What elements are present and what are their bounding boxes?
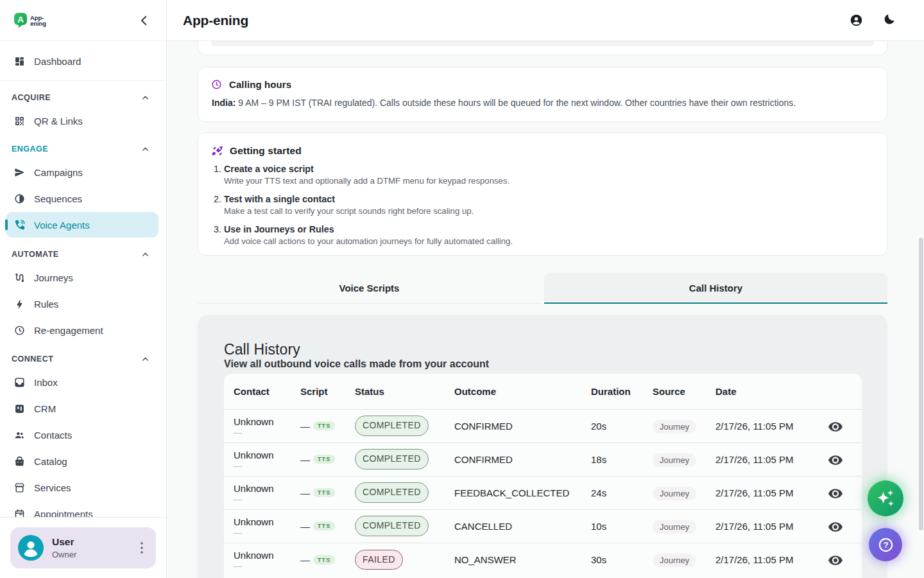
svg-text:A: A [17,15,24,24]
svg-text:?: ? [883,540,888,550]
